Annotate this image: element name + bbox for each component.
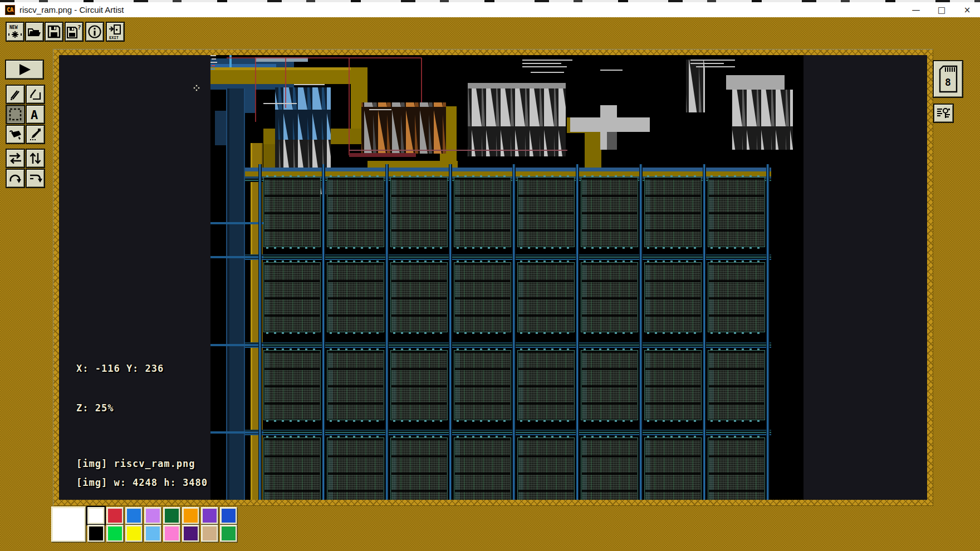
palette-swatch[interactable] bbox=[163, 507, 180, 524]
line-tool-button[interactable] bbox=[26, 85, 45, 104]
circuit-detail bbox=[390, 262, 448, 332]
palette-swatch[interactable] bbox=[220, 507, 237, 524]
circuit-detail bbox=[454, 350, 511, 420]
circuit-detail bbox=[644, 177, 702, 247]
circuit-detail bbox=[449, 164, 452, 500]
circuit-detail bbox=[210, 256, 263, 258]
select-tool-button[interactable] bbox=[6, 105, 25, 124]
circuit-detail bbox=[263, 177, 321, 247]
minimize-button[interactable]: — bbox=[903, 2, 929, 17]
component-search-button[interactable] bbox=[933, 104, 954, 123]
status-coordinates: X: -116 Y: 236 bbox=[76, 363, 164, 374]
circuit-detail bbox=[263, 437, 321, 500]
palette-swatch-color bbox=[89, 527, 103, 540]
info-icon bbox=[87, 24, 102, 39]
circuit-detail bbox=[210, 344, 263, 346]
circuit-detail bbox=[327, 350, 384, 420]
run-button[interactable] bbox=[5, 60, 44, 80]
open-folder-icon bbox=[27, 24, 42, 39]
rotate-right-button[interactable] bbox=[26, 169, 45, 188]
circuit-detail bbox=[385, 164, 389, 500]
eyedropper-icon bbox=[28, 127, 42, 141]
status-zoom: Z: 25% bbox=[76, 402, 114, 414]
play-icon bbox=[16, 63, 33, 76]
circuit-detail bbox=[581, 437, 638, 500]
palette-swatch-color bbox=[184, 527, 198, 540]
palette-swatch-color bbox=[184, 509, 198, 523]
about-button[interactable] bbox=[85, 22, 104, 42]
svg-text:8: 8 bbox=[945, 76, 951, 88]
circuit-detail bbox=[644, 350, 702, 420]
flip-vertical-button[interactable] bbox=[26, 149, 45, 168]
circuit-detail bbox=[454, 262, 511, 332]
exit-button[interactable]: EXIT bbox=[106, 22, 125, 42]
new-button[interactable]: NEW bbox=[6, 22, 24, 42]
paint-bucket-icon bbox=[8, 127, 23, 141]
new-file-icon: NEW bbox=[8, 24, 22, 40]
text-tool-icon: A bbox=[28, 107, 42, 121]
rotate-left-button[interactable] bbox=[6, 169, 25, 188]
palette-swatch-color bbox=[89, 509, 103, 523]
svg-text:EXIT: EXIT bbox=[109, 36, 119, 40]
palette-swatch-color bbox=[127, 509, 141, 523]
text-tool-button[interactable]: A bbox=[26, 105, 45, 124]
palette-swatch-color bbox=[108, 509, 122, 523]
palette-swatch[interactable] bbox=[87, 507, 105, 524]
circuit-detail bbox=[263, 350, 321, 420]
palette-swatch[interactable] bbox=[201, 525, 218, 542]
memory-card-button[interactable]: 8 bbox=[933, 60, 963, 98]
palette-swatch[interactable] bbox=[106, 525, 124, 542]
palette-swatch-color bbox=[203, 527, 217, 540]
svg-text:NEW: NEW bbox=[9, 25, 18, 30]
circuit-detail bbox=[576, 164, 579, 500]
palette-swatch[interactable] bbox=[125, 525, 143, 542]
circuit-detail bbox=[226, 88, 245, 500]
exit-door-icon: EXIT bbox=[108, 24, 122, 40]
palette-swatch[interactable] bbox=[144, 507, 161, 524]
palette-swatch[interactable] bbox=[106, 507, 124, 524]
circuit-detail bbox=[766, 164, 770, 500]
palette-swatch-color bbox=[203, 509, 217, 523]
canvas-viewport[interactable]: X: -116 Y: 236 Z: 25% [img] riscv_ram.pn… bbox=[59, 55, 927, 500]
save-as-button[interactable]: ? bbox=[65, 22, 84, 42]
palette-swatch-color bbox=[222, 527, 236, 540]
flip-horizontal-button[interactable] bbox=[6, 149, 25, 168]
save-floppy-icon bbox=[47, 25, 61, 38]
circuit-detail bbox=[327, 437, 384, 500]
circuit-detail bbox=[517, 177, 575, 247]
save-button[interactable] bbox=[45, 22, 63, 42]
canvas-frame: X: -116 Y: 236 Z: 25% [img] riscv_ram.pn… bbox=[53, 49, 933, 506]
circuit-detail bbox=[517, 437, 575, 500]
circuit-detail bbox=[708, 437, 765, 500]
save-as-floppy-icon: ? bbox=[66, 24, 82, 39]
palette-swatch[interactable] bbox=[182, 507, 199, 524]
palette-swatch-color bbox=[108, 527, 122, 540]
palette-swatch-color bbox=[222, 509, 236, 523]
circuit-detail bbox=[644, 437, 702, 500]
pencil-tool-button[interactable] bbox=[6, 85, 25, 104]
close-button[interactable]: × bbox=[954, 2, 980, 17]
palette-swatch-color bbox=[146, 509, 160, 523]
circuit-detail bbox=[327, 177, 384, 247]
palette-swatch[interactable] bbox=[201, 507, 218, 524]
fill-tool-button[interactable] bbox=[6, 125, 25, 144]
color-picker-tool-button[interactable] bbox=[26, 125, 45, 144]
maximize-button[interactable]: □ bbox=[929, 2, 954, 17]
circuit-image bbox=[210, 55, 803, 500]
desktop: NEW bbox=[0, 17, 980, 551]
palette-swatch[interactable] bbox=[87, 525, 105, 542]
palette-swatch[interactable] bbox=[220, 525, 237, 542]
line-tool-icon bbox=[28, 87, 42, 101]
palette-swatch-color bbox=[165, 509, 179, 523]
palette-swatch[interactable] bbox=[125, 507, 143, 524]
circuit-detail bbox=[581, 350, 638, 420]
circuit-detail bbox=[581, 177, 638, 247]
palette-swatch[interactable] bbox=[182, 525, 199, 542]
window-controls: — □ × bbox=[903, 2, 980, 17]
palette-swatch[interactable] bbox=[163, 525, 180, 542]
palette-swatch[interactable] bbox=[144, 525, 161, 542]
swap-horizontal-icon bbox=[8, 151, 23, 165]
circuit-detail bbox=[708, 177, 765, 247]
open-button[interactable] bbox=[25, 22, 44, 42]
app-window: CA riscv_ram.png - Circuit Artist — □ × … bbox=[0, 0, 980, 551]
